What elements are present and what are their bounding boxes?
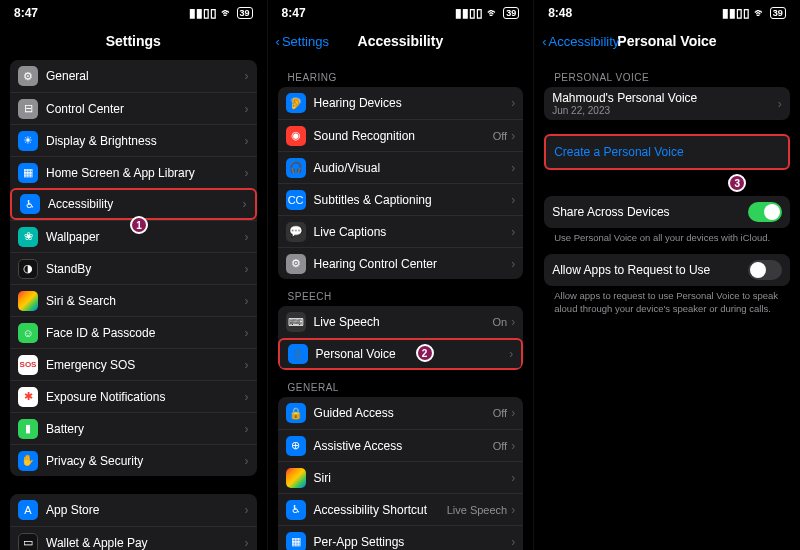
privacy-icon: ✋ (18, 451, 38, 471)
row-app-store[interactable]: AApp Store› (10, 494, 257, 526)
row-hearing-devices[interactable]: 🦻Hearing Devices› (278, 87, 524, 119)
row-label: Wallet & Apple Pay (46, 536, 245, 550)
hearing-control-icon: ⚙︎ (286, 254, 306, 274)
battery-icon: 39 (237, 7, 253, 19)
chevron-right-icon: › (511, 406, 515, 420)
row-general[interactable]: ⚙︎General› (10, 60, 257, 92)
row-per-app-settings[interactable]: ▦Per-App Settings› (278, 525, 524, 550)
row-battery[interactable]: ▮Battery› (10, 412, 257, 444)
back-label: Accessibility (549, 34, 620, 49)
row-label: Control Center (46, 102, 245, 116)
back-button[interactable]: ‹ Accessibility (542, 34, 619, 49)
row-accessibility[interactable]: ♿︎Accessibility› (10, 188, 257, 220)
row-label: Display & Brightness (46, 134, 245, 148)
row-privacy-security[interactable]: ✋Privacy & Security› (10, 444, 257, 476)
row-emergency-sos[interactable]: SOSEmergency SOS› (10, 348, 257, 380)
chevron-right-icon: › (511, 96, 515, 110)
row-assistive-access[interactable]: ⊕Assistive AccessOff› (278, 429, 524, 461)
accessibility-list[interactable]: HEARING🦻Hearing Devices›◉Sound Recogniti… (268, 56, 534, 550)
standby-icon: ◑ (18, 259, 38, 279)
row-live-speech[interactable]: ⌨︎Live SpeechOn› (278, 306, 524, 338)
page-title: Personal Voice (617, 33, 716, 49)
back-button[interactable]: ‹ Settings (276, 34, 329, 49)
row-guided-access[interactable]: 🔒Guided AccessOff› (278, 397, 524, 429)
chevron-right-icon: › (511, 471, 515, 485)
personal-voice-content[interactable]: PERSONAL VOICE Mahmoud's Personal Voice … (534, 56, 800, 550)
chevron-right-icon: › (511, 439, 515, 453)
per-app-icon: ▦ (286, 532, 306, 551)
create-personal-voice-button[interactable]: Create a Personal Voice (546, 136, 788, 168)
personal-voice-icon: 👤 (288, 344, 308, 364)
row-sound-recognition[interactable]: ◉Sound RecognitionOff› (278, 119, 524, 151)
row-standby[interactable]: ◑StandBy› (10, 252, 257, 284)
chevron-right-icon: › (511, 193, 515, 207)
share-toggle[interactable] (748, 202, 782, 222)
row-siri-search[interactable]: Siri & Search› (10, 284, 257, 316)
allow-caption: Allow apps to request to use Personal Vo… (544, 286, 790, 325)
settings-group: 🔒Guided AccessOff›⊕Assistive AccessOff›S… (278, 397, 524, 550)
row-personal-voice[interactable]: 👤Personal Voice› (278, 338, 524, 370)
row-label: Audio/Visual (314, 161, 512, 175)
step-badge-1: 1 (130, 216, 148, 234)
chevron-right-icon: › (245, 69, 249, 83)
row-label: Subtitles & Captioning (314, 193, 512, 207)
settings-list[interactable]: ⚙︎General›⊟Control Center›☀︎Display & Br… (0, 56, 267, 550)
status-icons: ▮▮▯▯ ᯤ 39 (189, 6, 253, 20)
row-face-id-passcode[interactable]: ☺︎Face ID & Passcode› (10, 316, 257, 348)
personal-voice-panel: 8:48 ▮▮▯▯ ᯤ 39 ‹ Accessibility Personal … (533, 0, 800, 550)
sos-icon: SOS (18, 355, 38, 375)
wallpaper-icon: ❀ (18, 227, 38, 247)
chevron-right-icon: › (245, 134, 249, 148)
create-label: Create a Personal Voice (554, 145, 780, 159)
share-across-devices-row[interactable]: Share Across Devices (544, 196, 790, 228)
row-label: Live Captions (314, 225, 512, 239)
row-label: Emergency SOS (46, 358, 245, 372)
voice-entry-row[interactable]: Mahmoud's Personal Voice Jun 22, 2023 › (544, 87, 790, 120)
chevron-left-icon: ‹ (276, 34, 280, 49)
siri-icon (18, 291, 38, 311)
row-label: Guided Access (314, 406, 493, 420)
gear-icon: ⚙︎ (18, 66, 38, 86)
share-caption: Use Personal Voice on all your devices w… (544, 228, 790, 254)
row-label: Exposure Notifications (46, 390, 245, 404)
row-accessibility-shortcut[interactable]: ♿︎Accessibility ShortcutLive Speech› (278, 493, 524, 525)
row-home-screen-app-library[interactable]: ▦Home Screen & App Library› (10, 156, 257, 188)
row-live-captions[interactable]: 💬Live Captions› (278, 215, 524, 247)
live-speech-icon: ⌨︎ (286, 312, 306, 332)
row-label: StandBy (46, 262, 245, 276)
navbar: ‹ Accessibility Personal Voice (534, 26, 800, 56)
subtitles-icon: CC (286, 190, 306, 210)
row-siri[interactable]: Siri› (278, 461, 524, 493)
allow-apps-row[interactable]: Allow Apps to Request to Use (544, 254, 790, 286)
share-label: Share Across Devices (552, 205, 748, 219)
row-value: Live Speech (447, 504, 508, 516)
row-subtitles-captioning[interactable]: CCSubtitles & Captioning› (278, 183, 524, 215)
row-label: Hearing Devices (314, 96, 512, 110)
row-hearing-control-center[interactable]: ⚙︎Hearing Control Center› (278, 247, 524, 279)
row-label: Per-App Settings (314, 535, 512, 549)
wifi-icon: ᯤ (487, 6, 499, 20)
allow-toggle[interactable] (748, 260, 782, 280)
chevron-right-icon: › (511, 315, 515, 329)
chevron-right-icon: › (245, 503, 249, 517)
wifi-icon: ᯤ (754, 6, 766, 20)
row-audio-visual[interactable]: 🎧Audio/Visual› (278, 151, 524, 183)
row-label: Siri & Search (46, 294, 245, 308)
row-value: On (493, 316, 508, 328)
section-header: HEARING (278, 60, 524, 87)
settings-group: ⚙︎General›⊟Control Center›☀︎Display & Br… (10, 60, 257, 476)
row-wallet-apple-pay[interactable]: ▭Wallet & Apple Pay› (10, 526, 257, 550)
row-display-brightness[interactable]: ☀︎Display & Brightness› (10, 124, 257, 156)
navbar: ‹ Settings Accessibility (268, 26, 534, 56)
row-exposure-notifications[interactable]: ✱Exposure Notifications› (10, 380, 257, 412)
chevron-right-icon: › (511, 129, 515, 143)
clock: 8:47 (14, 6, 38, 20)
battery-icon: 39 (770, 7, 786, 19)
status-bar: 8:48 ▮▮▯▯ ᯤ 39 (534, 0, 800, 26)
live-captions-icon: 💬 (286, 222, 306, 242)
navbar: Settings (0, 26, 267, 56)
wifi-icon: ᯤ (221, 6, 233, 20)
chevron-right-icon: › (245, 536, 249, 550)
clock: 8:48 (548, 6, 572, 20)
row-control-center[interactable]: ⊟Control Center› (10, 92, 257, 124)
